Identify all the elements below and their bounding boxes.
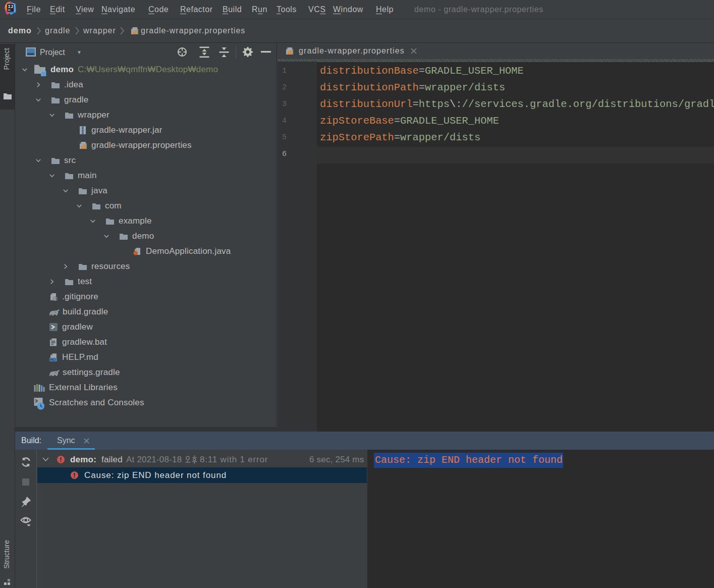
svg-text:MD: MD: [50, 358, 56, 361]
svg-text:IJ: IJ: [8, 5, 13, 10]
